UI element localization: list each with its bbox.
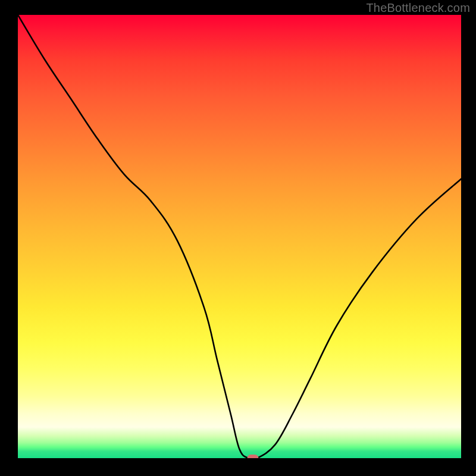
chart-frame: TheBottleneck.com <box>0 0 476 476</box>
watermark-text: TheBottleneck.com <box>366 1 470 15</box>
optimal-point-marker <box>247 455 258 458</box>
plot-area <box>18 15 461 458</box>
bottleneck-curve <box>18 15 461 458</box>
